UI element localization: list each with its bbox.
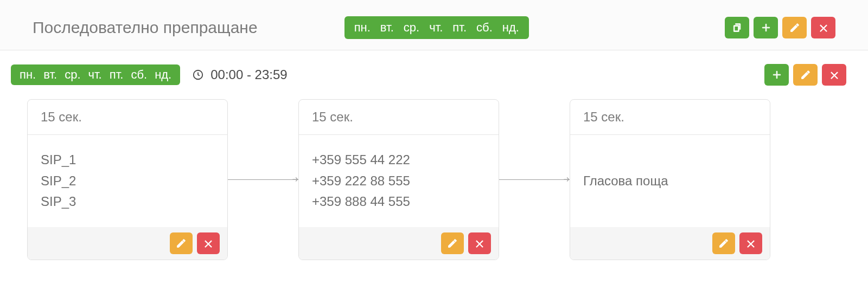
pencil-icon <box>176 238 187 249</box>
day-label: ср. <box>65 68 80 82</box>
stage-body: +359 555 44 222 +359 222 88 555 +359 888… <box>299 135 499 227</box>
stage-entry: SIP_3 <box>41 191 214 212</box>
day-label: пн. <box>354 21 371 35</box>
close-icon <box>745 238 756 249</box>
header-days-container: пн. вт. ср. чт. пт. сб. нд. <box>344 16 529 39</box>
stage-card: 15 сек. Гласова поща <box>570 99 770 260</box>
time-range-label: 00:00 - 23:59 <box>210 67 287 82</box>
stage-edit-button[interactable] <box>170 232 193 254</box>
stage-card: 15 сек. +359 555 44 222 +359 222 88 555 … <box>298 99 499 260</box>
copy-button[interactable] <box>725 17 749 38</box>
day-label: ср. <box>404 21 419 35</box>
day-label: вт. <box>43 68 57 82</box>
arrow-connector <box>228 179 298 180</box>
stage-footer <box>28 227 227 260</box>
stage-duration: 15 сек. <box>299 100 499 135</box>
day-label: сб. <box>476 21 493 35</box>
stage-edit-button[interactable] <box>712 232 735 254</box>
stage-entry: Гласова поща <box>583 171 757 191</box>
plus-icon <box>761 22 771 33</box>
stage-entry: SIP_1 <box>41 150 214 170</box>
stage-body: SIP_1 SIP_2 SIP_3 <box>28 135 227 227</box>
copy-icon <box>732 22 743 33</box>
schedule-edit-button[interactable] <box>793 64 818 86</box>
stage-card: 15 сек. SIP_1 SIP_2 SIP_3 <box>27 99 228 260</box>
day-label: чт. <box>88 68 102 82</box>
stage-duration: 15 сек. <box>570 100 770 135</box>
stage-body: Гласова поща <box>570 135 770 227</box>
day-label: пт. <box>452 21 467 35</box>
stages-row: 15 сек. SIP_1 SIP_2 SIP_3 15 сек. +359 5… <box>0 99 868 276</box>
day-label: пт. <box>110 68 124 82</box>
stage-entry: SIP_2 <box>41 171 214 191</box>
stage-edit-button[interactable] <box>441 232 464 254</box>
stage-delete-button[interactable] <box>197 232 220 254</box>
header-days-pill[interactable]: пн. вт. ср. чт. пт. сб. нд. <box>344 16 529 39</box>
schedule-bar: пн. вт. ср. чт. пт. сб. нд. 00:00 - 23:5… <box>0 50 868 99</box>
day-label: сб. <box>131 68 147 82</box>
day-label: чт. <box>429 21 443 35</box>
stage-delete-button[interactable] <box>468 232 491 254</box>
close-icon <box>829 69 840 80</box>
pencil-icon <box>718 238 729 249</box>
stage-entry: +359 888 44 555 <box>312 191 486 212</box>
pencil-icon <box>447 238 458 249</box>
header-bar: Последователно препращане пн. вт. ср. чт… <box>0 0 868 50</box>
pencil-icon <box>789 22 800 33</box>
plus-icon <box>771 69 782 80</box>
delete-button[interactable] <box>811 17 835 38</box>
close-icon <box>818 22 829 33</box>
schedule-actions <box>764 64 857 86</box>
schedule-add-button[interactable] <box>764 64 789 86</box>
day-label: нд. <box>155 68 171 82</box>
schedule-days-pill[interactable]: пн. вт. ср. чт. пт. сб. нд. <box>11 64 180 85</box>
day-label: вт. <box>380 21 394 35</box>
close-icon <box>203 238 214 249</box>
arrow-right-icon <box>291 176 299 183</box>
edit-button[interactable] <box>782 17 807 38</box>
stage-entry: +359 222 88 555 <box>312 171 486 191</box>
header-actions <box>725 17 835 38</box>
stage-delete-button[interactable] <box>739 232 762 254</box>
stage-entry: +359 555 44 222 <box>312 150 486 170</box>
arrow-right-icon <box>563 176 570 183</box>
schedule-delete-button[interactable] <box>822 64 846 86</box>
close-icon <box>474 238 485 249</box>
add-button[interactable] <box>754 17 778 38</box>
day-label: нд. <box>502 21 519 35</box>
stage-footer <box>299 227 499 260</box>
stage-duration: 15 сек. <box>28 100 227 135</box>
page-title: Последователно препращане <box>33 18 258 37</box>
arrow-connector <box>499 179 570 180</box>
schedule-time: 00:00 - 23:59 <box>192 67 287 82</box>
stage-footer <box>570 227 770 260</box>
clock-icon <box>192 69 204 81</box>
day-label: пн. <box>20 68 36 82</box>
pencil-icon <box>800 69 811 80</box>
